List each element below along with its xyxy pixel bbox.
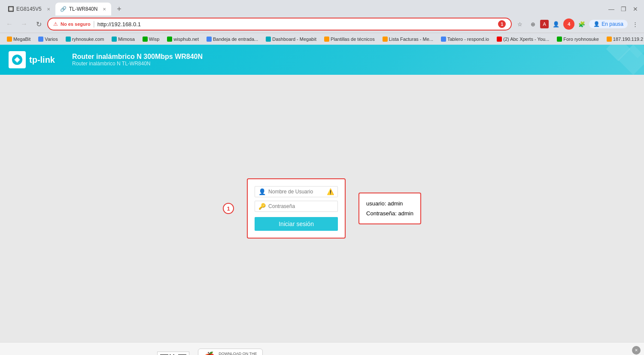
warning-input-icon: ⚠️	[327, 188, 334, 195]
tab-favicon-2: 🔗	[61, 6, 67, 12]
forward-button[interactable]: →	[18, 18, 30, 30]
bookmark-plantillas[interactable]: Plantillas de técnicos	[321, 36, 378, 43]
tab-title-2: TL-WR840N	[69, 6, 98, 12]
bookmark-wisp[interactable]: Wisp	[139, 36, 163, 43]
login-form: 👤 ⚠️ 🔑 Iniciar sesión	[247, 178, 346, 239]
bookmark-label-dashboard: Dashboard - Megabit	[272, 37, 316, 42]
tab-eg8145v5[interactable]: 🔲 EG8145V5 ✕	[3, 3, 55, 15]
user-icon: 👤	[258, 188, 266, 195]
bookmark-label-abc-xperts: (2) Abc Xperts - You...	[503, 37, 549, 42]
bookmark-wisphub[interactable]: wisphub.net	[164, 36, 202, 43]
profile-label: En pausa	[601, 21, 623, 27]
qr-code: T	[157, 352, 189, 355]
bookmark-label-ip: 187.190.119.2 - Peri...	[613, 37, 644, 42]
bookmark-label-megabit: MegaBit	[13, 37, 30, 42]
bookmark-label-wisphub: wisphub.net	[173, 37, 199, 42]
address-bar: ← → ↻ ⚠ No es seguro | http://192.168.0.…	[0, 15, 644, 33]
bookmark-label-foro: Foro ryohnosuke	[563, 37, 599, 42]
bookmark-icon-ip	[607, 37, 612, 42]
bookmark-label-plantillas: Plantillas de técnicos	[331, 37, 375, 42]
bookmark-dashboard[interactable]: Dashboard - Megabit	[262, 36, 320, 43]
bookmark-mimosa[interactable]: Mimosa	[108, 36, 138, 43]
bookmarks-bar: MegaBit Varios ryhnosuke.com Mimosa Wisp…	[0, 33, 644, 45]
credential-user: usuario: admin	[366, 199, 413, 208]
bookmark-label-mimosa: Mimosa	[118, 37, 135, 42]
bookmark-facturas[interactable]: Lista Facturas - Me...	[379, 36, 437, 43]
password-input[interactable]	[268, 203, 334, 209]
tplink-logo-text: tp-link	[29, 55, 55, 65]
tplink-logo-svg	[11, 53, 24, 66]
address-actions: ☆ ⊕ A 👤 4 🧩 👤 En pausa ⋮	[514, 18, 641, 30]
tab-favicon-1: 🔲	[8, 6, 14, 12]
minimize-button[interactable]: —	[606, 4, 617, 14]
footer-banner: × Escana el código QR para descargar TP-…	[0, 342, 644, 355]
username-input-row[interactable]: 👤 ⚠️	[255, 186, 338, 197]
credentials-box: usuario: admin Contraseña: admin	[358, 193, 421, 225]
apple-icon: 🍎	[204, 352, 215, 355]
bookmark-label-ryhnosuke: ryhnosuke.com	[72, 37, 104, 42]
url-display: http://192.168.0.1	[97, 21, 495, 28]
address-input-container[interactable]: ⚠ No es seguro | http://192.168.0.1 1	[47, 18, 512, 31]
extensions-button[interactable]: 🧩	[576, 18, 587, 30]
tab-close-1[interactable]: ✕	[47, 7, 50, 12]
password-input-row[interactable]: 🔑	[255, 201, 338, 212]
close-banner-button[interactable]: ×	[632, 346, 641, 355]
qr-svg: T	[159, 354, 187, 355]
credential-password: Contraseña: admin	[366, 208, 413, 218]
svg-point-1	[15, 58, 19, 61]
back-button[interactable]: ←	[3, 18, 15, 30]
bookmark-ip[interactable]: 187.190.119.2 - Peri...	[603, 36, 644, 43]
login-wrapper: 1 👤 ⚠️ 🔑 Iniciar sesión usuario: admin C…	[223, 178, 421, 239]
menu-button[interactable]: ⋮	[629, 18, 641, 30]
bookmark-icon-wisphub	[167, 37, 172, 42]
ext-4-badge[interactable]: 4	[563, 18, 574, 30]
extension-red[interactable]: A	[540, 20, 549, 28]
bookmark-label-tablero: Tablero - respond.io	[447, 37, 489, 42]
bookmark-icon-varios	[38, 37, 43, 42]
new-tab-button[interactable]: +	[113, 3, 125, 15]
bookmark-varios[interactable]: Varios	[35, 36, 61, 43]
tplink-header-title: Router inalámbrico N 300Mbps WR840N	[72, 53, 203, 61]
profile-icon: 👤	[593, 21, 600, 27]
bookmark-megabit[interactable]: MegaBit	[3, 36, 34, 43]
tab-close-2[interactable]: ✕	[103, 7, 106, 12]
bookmark-abc-xperts[interactable]: (2) Abc Xperts - You...	[493, 36, 553, 43]
warning-icon: ⚠	[53, 21, 58, 27]
bookmark-icon-foro	[557, 37, 562, 42]
tab-title-1: EG8145V5	[16, 6, 42, 12]
bookmark-foro[interactable]: Foro ryohnosuke	[553, 36, 602, 43]
bookmark-icon-abc-xperts	[497, 37, 502, 42]
bookmark-icon-megabit	[7, 37, 12, 42]
app-store-button[interactable]: 🍎 DOWNLOAD ON THE App Store	[198, 349, 262, 355]
bookmark-icon-dashboard	[266, 37, 271, 42]
bookmark-label-varios: Varios	[45, 37, 58, 42]
restore-button[interactable]: ❐	[618, 4, 629, 14]
close-browser-button[interactable]: ✕	[630, 4, 641, 14]
username-input[interactable]	[268, 189, 324, 195]
ext-person-icon[interactable]: 👤	[550, 18, 562, 30]
bookmark-tablero[interactable]: Tablero - respond.io	[437, 36, 492, 43]
security-label: No es seguro	[61, 21, 91, 27]
address-badge: 1	[498, 20, 506, 28]
bookmark-icon-tablero	[441, 37, 446, 42]
bookmark-icon-mimosa	[112, 37, 117, 42]
step-1-badge: 1	[223, 203, 234, 214]
bookmark-label-facturas: Lista Facturas - Me...	[389, 37, 433, 42]
password-icon: 🔑	[258, 203, 266, 210]
tplink-header: tp-link Router inalámbrico N 300Mbps WR8…	[0, 45, 644, 75]
google-lens-button[interactable]: ⊕	[527, 18, 538, 30]
reload-button[interactable]: ↻	[33, 18, 45, 30]
bookmark-ryhnosuke[interactable]: ryhnosuke.com	[62, 36, 108, 43]
tplink-logo: tp-link	[9, 51, 55, 68]
bookmark-icon-ryhnosuke	[66, 37, 71, 42]
bookmark-icon-wisp	[143, 37, 148, 42]
app-store-sub: DOWNLOAD ON THE	[219, 352, 257, 355]
bookmark-bandeja[interactable]: Bandeja de entrada...	[203, 36, 261, 43]
bookmark-star-button[interactable]: ☆	[514, 18, 526, 30]
tplink-header-subtitle: Router inalámbrico N TL-WR840N	[72, 61, 203, 67]
login-button[interactable]: Iniciar sesión	[255, 217, 338, 231]
profile-button[interactable]: 👤 En pausa	[589, 20, 628, 28]
bookmark-label-bandeja: Bandeja de entrada...	[213, 37, 258, 42]
tab-tlwr840n[interactable]: 🔗 TL-WR840N ✕	[55, 3, 112, 15]
tplink-logo-icon	[9, 51, 26, 68]
